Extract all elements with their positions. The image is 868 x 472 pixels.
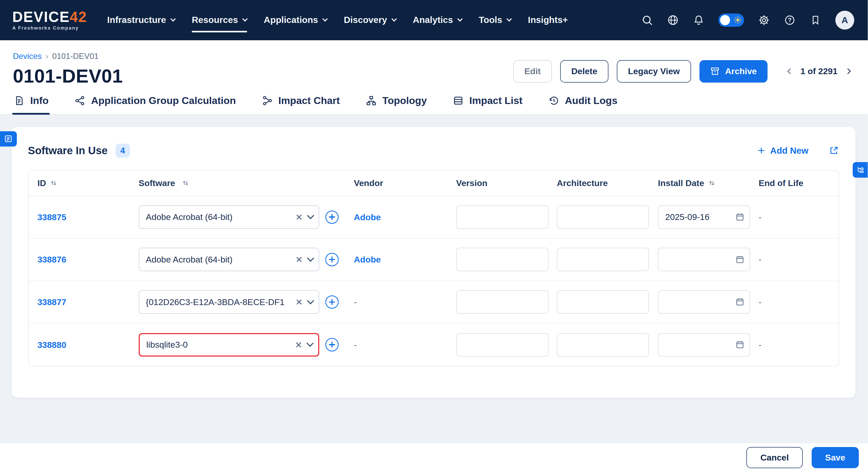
sort-icon xyxy=(50,179,58,187)
version-input[interactable] xyxy=(456,333,549,357)
device-actions: Edit Delete Legacy View Archive 1 of 229… xyxy=(513,60,855,82)
nav-tools[interactable]: Tools xyxy=(478,0,511,40)
software-id-link[interactable]: 338875 xyxy=(37,212,66,222)
chevron-down-icon[interactable] xyxy=(307,255,314,262)
version-input[interactable] xyxy=(456,205,549,229)
chevron-down-icon[interactable] xyxy=(307,340,314,347)
tab-info[interactable]: Info xyxy=(12,95,50,114)
add-software-icon[interactable] xyxy=(326,210,339,224)
delete-button[interactable]: Delete xyxy=(560,60,609,82)
archive-label: Archive xyxy=(725,66,757,76)
share-nodes-icon xyxy=(74,95,86,106)
left-panel-toggle[interactable] xyxy=(0,131,17,146)
toggle-knob xyxy=(720,15,730,25)
prev-device-button[interactable] xyxy=(784,66,795,77)
add-software-icon[interactable] xyxy=(326,338,339,351)
notifications-bell-icon[interactable] xyxy=(693,14,705,26)
architecture-input[interactable] xyxy=(557,248,649,271)
page-header: Devices › 0101-DEV01 0101-DEV01 Edit Del… xyxy=(0,40,868,115)
architecture-input[interactable] xyxy=(557,205,649,229)
chevron-down-icon[interactable] xyxy=(307,297,314,304)
add-software-icon[interactable] xyxy=(326,253,339,266)
software-id-link[interactable]: 338877 xyxy=(37,297,66,307)
tab-label: Info xyxy=(30,95,49,106)
tab-application-group-calculation[interactable]: Application Group Calculation xyxy=(73,95,237,114)
nav-resources[interactable]: Resources xyxy=(192,0,247,40)
vendor-link[interactable]: Adobe xyxy=(354,212,381,222)
save-button[interactable]: Save xyxy=(812,447,859,468)
user-avatar[interactable]: A xyxy=(835,11,855,30)
version-input[interactable] xyxy=(456,290,549,314)
column-label: Software xyxy=(139,178,175,188)
navbar-actions: ? A xyxy=(641,11,854,30)
impact-chart-icon xyxy=(261,95,273,106)
tab-topology[interactable]: Topology xyxy=(364,95,428,114)
nav-label: Tools xyxy=(478,15,502,25)
help-icon[interactable]: ? xyxy=(784,14,796,26)
version-input[interactable] xyxy=(456,248,549,271)
nav-analytics[interactable]: Analytics xyxy=(413,0,462,40)
right-panel-toggle[interactable] xyxy=(853,162,868,178)
avatar-initial: A xyxy=(841,15,848,25)
nav-insights-plus[interactable]: Insights+ xyxy=(528,0,568,40)
brand-logo[interactable]: DEVICE42 A Freshworks Company xyxy=(12,10,87,31)
section-title: Software In Use xyxy=(28,144,107,157)
software-id-link[interactable]: 338876 xyxy=(37,255,66,264)
top-navbar: DEVICE42 A Freshworks Company Infrastruc… xyxy=(0,0,868,40)
search-icon[interactable] xyxy=(641,14,653,26)
nav-label: Applications xyxy=(264,15,318,25)
table-header-row: ID Software Vendor Version Architecture … xyxy=(29,170,839,196)
software-id-link[interactable]: 338880 xyxy=(37,340,66,350)
calendar-icon[interactable] xyxy=(735,212,745,222)
add-software-icon[interactable] xyxy=(326,295,339,309)
column-header-software[interactable]: Software xyxy=(139,178,354,188)
theme-toggle[interactable] xyxy=(718,13,744,27)
clear-icon[interactable] xyxy=(294,255,304,264)
tab-label: Application Group Calculation xyxy=(91,95,236,106)
clear-icon[interactable] xyxy=(294,340,303,349)
nav-discovery[interactable]: Discovery xyxy=(344,0,396,40)
globe-icon[interactable] xyxy=(667,14,679,26)
clear-icon[interactable] xyxy=(294,298,304,307)
breadcrumb: Devices › 0101-DEV01 xyxy=(13,52,123,61)
add-new-button[interactable]: Add New xyxy=(757,145,809,156)
tab-audit-logs[interactable]: Audit Logs xyxy=(547,95,619,114)
column-label: Vendor xyxy=(354,178,383,188)
column-header-install-date[interactable]: Install Date xyxy=(658,178,758,188)
vendor-link[interactable]: Adobe xyxy=(354,255,381,264)
settings-gear-icon[interactable] xyxy=(758,14,770,26)
device-pagination: 1 of 2291 xyxy=(784,66,854,77)
software-select[interactable]: Adobe Acrobat (64-bit) xyxy=(139,248,319,271)
calendar-icon[interactable] xyxy=(735,297,745,306)
svg-text:?: ? xyxy=(788,17,792,24)
architecture-input[interactable] xyxy=(557,290,649,314)
breadcrumb-devices-link[interactable]: Devices xyxy=(13,52,41,61)
calendar-icon[interactable] xyxy=(735,255,745,264)
sitemap-icon xyxy=(366,95,377,106)
nav-applications[interactable]: Applications xyxy=(264,0,327,40)
install-date-field xyxy=(658,205,750,229)
brand-name: DEVICE42 xyxy=(12,10,87,24)
bookmark-icon[interactable] xyxy=(810,14,822,26)
clear-icon[interactable] xyxy=(294,212,304,222)
tab-label: Topology xyxy=(382,95,427,106)
nav-infrastructure[interactable]: Infrastructure xyxy=(107,0,175,40)
architecture-input[interactable] xyxy=(557,333,649,357)
legacy-view-button[interactable]: Legacy View xyxy=(617,60,691,82)
next-device-button[interactable] xyxy=(843,66,854,77)
archive-button[interactable]: Archive xyxy=(700,60,768,82)
chevron-down-icon[interactable] xyxy=(307,212,314,219)
software-select-value: libsqlite3-0 xyxy=(146,340,290,350)
tab-impact-chart[interactable]: Impact Chart xyxy=(260,95,341,114)
calendar-icon[interactable] xyxy=(735,340,745,349)
end-of-life-value: - xyxy=(758,212,762,222)
software-select[interactable]: Adobe Acrobat (64-bit) xyxy=(139,205,319,229)
cancel-button[interactable]: Cancel xyxy=(746,447,803,468)
tab-impact-list[interactable]: Impact List xyxy=(451,95,524,114)
external-link-icon[interactable] xyxy=(829,145,839,156)
action-footer: Cancel Save xyxy=(0,443,868,472)
edit-button[interactable]: Edit xyxy=(513,60,552,82)
software-select[interactable]: {012D26C3-E12A-3BDA-8ECE-DF1 xyxy=(139,290,319,314)
column-header-id[interactable]: ID xyxy=(29,178,139,188)
software-select-highlighted[interactable]: libsqlite3-0 xyxy=(139,333,319,357)
